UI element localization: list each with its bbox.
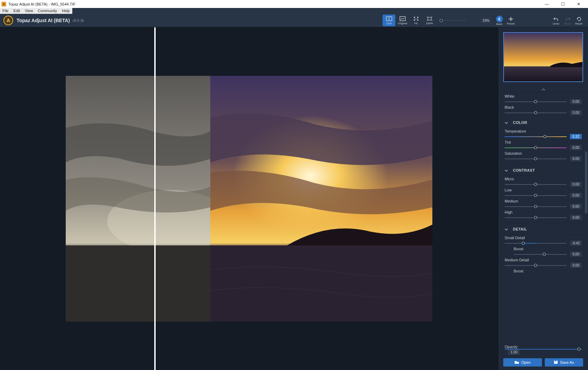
svg-rect-11 xyxy=(210,245,432,322)
slider-micro-track[interactable] xyxy=(505,184,567,185)
menu-community[interactable]: Community xyxy=(35,8,59,14)
redo-button[interactable]: Redo xyxy=(562,15,573,26)
reset-button[interactable]: Reset xyxy=(573,15,585,26)
slider-white: White 0.00 xyxy=(498,93,588,104)
menu-file[interactable]: File xyxy=(0,8,11,14)
panel-collapse-toggle[interactable] xyxy=(498,87,588,92)
section-detail-label: DETAIL xyxy=(513,227,527,231)
slider-small-boost-value[interactable]: 0.00 xyxy=(570,252,582,257)
view-split-button[interactable]: Split xyxy=(383,15,395,26)
slider-medium-detail-knob[interactable] xyxy=(534,264,537,267)
window-close-button[interactable]: ✕ xyxy=(571,0,587,8)
view-mode-group: Split Original Fit 100% xyxy=(382,15,436,26)
slider-temperature-knob[interactable] xyxy=(543,135,546,138)
view-original-button[interactable]: Original xyxy=(396,15,409,26)
slider-micro-label: Micro xyxy=(505,177,582,181)
slider-black-label: Black xyxy=(505,105,582,109)
plus-icon xyxy=(507,16,514,22)
slider-high-value[interactable]: 0.00 xyxy=(570,215,582,220)
slider-temperature-track[interactable] xyxy=(505,136,567,137)
slider-saturation-knob[interactable] xyxy=(534,157,537,160)
zoom-slider[interactable]: 19% xyxy=(440,18,491,23)
slider-low-track[interactable] xyxy=(505,195,567,196)
slider-tint-track[interactable] xyxy=(505,147,567,148)
preset-button[interactable]: Preset xyxy=(505,15,516,26)
slider-medium-value[interactable]: 0.00 xyxy=(570,204,582,209)
window-minimize-button[interactable]: — xyxy=(539,0,555,8)
slider-black-value[interactable]: 0.00 xyxy=(570,110,582,115)
slider-black-knob[interactable] xyxy=(534,111,537,114)
slider-opacity-track[interactable] xyxy=(505,349,582,350)
zoom-slider-track[interactable] xyxy=(440,20,466,21)
slider-white-knob[interactable] xyxy=(534,100,537,103)
slider-low-value[interactable]: 0.00 xyxy=(570,193,582,198)
back-icon xyxy=(496,16,503,22)
view-fit-button[interactable]: Fit xyxy=(410,15,422,26)
slider-small-boost-label: Boost xyxy=(505,247,582,251)
slider-high-track[interactable] xyxy=(505,217,567,218)
slider-tint-knob[interactable] xyxy=(534,146,537,149)
section-detail-header[interactable]: DETAIL xyxy=(498,222,588,235)
slider-white-value[interactable]: 0.00 xyxy=(570,99,582,104)
svg-rect-3 xyxy=(428,17,431,20)
slider-black-track[interactable] xyxy=(505,112,567,113)
split-icon xyxy=(386,16,393,21)
slider-small-detail: Small Detail -0.42 xyxy=(498,235,588,246)
slider-tint-value[interactable]: 0.00 xyxy=(570,145,582,150)
menu-edit[interactable]: Edit xyxy=(11,8,22,14)
slider-small-detail-label: Small Detail xyxy=(505,236,582,240)
slider-small-boost: Boost 0.00 xyxy=(498,246,588,257)
slider-small-boost-knob[interactable] xyxy=(543,253,546,256)
save-as-button[interactable]: Save As xyxy=(545,358,584,367)
chevron-down-icon xyxy=(505,167,508,173)
slider-medium-track[interactable] xyxy=(505,206,567,207)
sliders-scroll-area[interactable]: White 0.00 Black 0.00 COLOR Temperature xyxy=(498,92,588,342)
slider-small-detail-value[interactable]: -0.42 xyxy=(570,241,582,246)
slider-opacity-value[interactable]: 1.00 xyxy=(508,350,520,355)
window-maximize-button[interactable]: ☐ xyxy=(555,0,571,8)
preview-thumbnail-area xyxy=(498,27,588,87)
open-button[interactable]: Open xyxy=(503,358,542,367)
reset-icon xyxy=(576,16,582,22)
slider-medium-knob[interactable] xyxy=(534,205,537,208)
app-logo: A xyxy=(3,16,13,25)
slider-medium: Medium 0.00 xyxy=(498,198,588,209)
split-divider[interactable] xyxy=(154,27,156,370)
panel-scrollbar[interactable] xyxy=(585,151,587,214)
slider-temperature-value[interactable]: 0.32 xyxy=(570,134,582,139)
undo-button[interactable]: Undo xyxy=(550,15,562,26)
slider-opacity-knob[interactable] xyxy=(577,348,580,351)
slider-medium-detail-value[interactable]: 0.00 xyxy=(570,263,582,268)
slider-small-detail-knob[interactable] xyxy=(522,242,525,245)
slider-saturation-track[interactable] xyxy=(505,159,567,159)
zoom-slider-knob[interactable] xyxy=(440,19,443,22)
menu-help[interactable]: Help xyxy=(59,8,72,14)
slider-low-knob[interactable] xyxy=(534,194,537,197)
slider-temperature-label: Temperature xyxy=(505,129,582,133)
slider-saturation-value[interactable]: 0.00 xyxy=(570,156,582,161)
slider-micro-knob[interactable] xyxy=(534,183,537,186)
image-canvas[interactable] xyxy=(0,27,498,370)
preview-thumbnail[interactable] xyxy=(503,32,583,82)
slider-micro-value[interactable]: 0.00 xyxy=(570,182,582,187)
image-comparison[interactable] xyxy=(66,76,432,322)
save-as-button-label: Save As xyxy=(560,360,574,364)
menu-view[interactable]: View xyxy=(22,8,36,14)
view-original-label: Original xyxy=(398,22,407,25)
back-button[interactable]: Back xyxy=(494,15,505,26)
section-color-label: COLOR xyxy=(513,120,527,125)
window-titlebar: A Topaz Adjust AI (BETA) - IMG_5544.TIF … xyxy=(0,0,588,8)
section-color-header[interactable]: COLOR xyxy=(498,116,588,128)
slider-medium-detail-track[interactable] xyxy=(505,265,567,266)
slider-small-boost-track[interactable] xyxy=(514,254,567,255)
slider-high: High 0.00 xyxy=(498,209,588,220)
zoom-value[interactable]: 19% xyxy=(480,18,491,23)
view-100-button[interactable]: 100% xyxy=(423,15,436,26)
slider-small-detail-track[interactable] xyxy=(505,243,567,244)
section-contrast-header[interactable]: CONTRAST xyxy=(498,163,588,176)
slider-white-track[interactable] xyxy=(505,101,567,102)
app-icon: A xyxy=(1,2,6,7)
redo-icon xyxy=(564,16,571,22)
slider-low-label: Low xyxy=(505,188,582,192)
slider-high-knob[interactable] xyxy=(534,216,537,219)
